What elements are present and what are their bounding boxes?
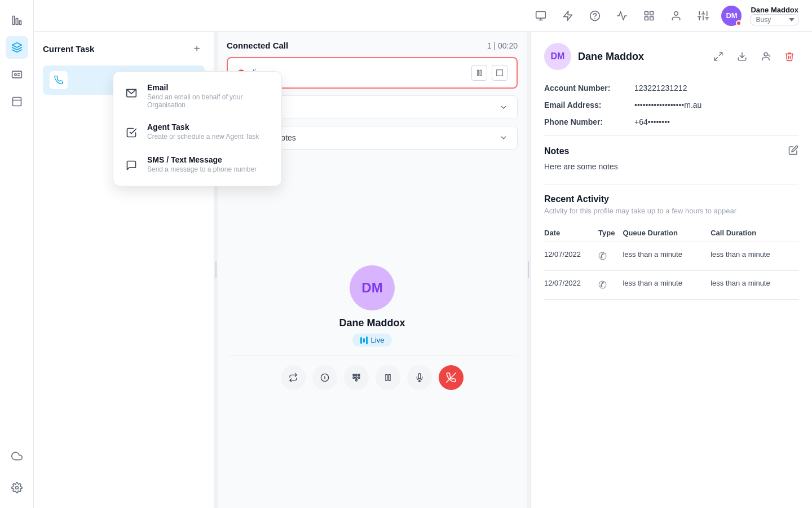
col-type: Type bbox=[598, 224, 623, 242]
status-dot bbox=[736, 20, 742, 26]
svg-marker-15 bbox=[564, 11, 572, 20]
svg-rect-18 bbox=[645, 11, 648, 15]
activity-subtitle: Activity for this profile may take up to… bbox=[544, 207, 798, 215]
svg-rect-42 bbox=[356, 377, 358, 379]
agent-task-item-title: Agent Task bbox=[147, 122, 259, 132]
call-center: DM Dane Maddox Live bbox=[227, 156, 518, 499]
svg-rect-20 bbox=[645, 16, 648, 20]
dropdown-item-email[interactable]: Email Send an email on behalf of your Or… bbox=[113, 76, 281, 116]
task-phone-icon bbox=[50, 71, 68, 89]
contact-edit-profile-icon[interactable] bbox=[757, 47, 775, 65]
col-queue-duration: Queue Duration bbox=[623, 224, 710, 242]
svg-rect-33 bbox=[478, 70, 479, 75]
contact-popout-icon[interactable] bbox=[709, 47, 727, 65]
email-row: Email Address: ••••••••••••••••••m.au bbox=[544, 100, 798, 110]
activity-type-1: ✆ bbox=[598, 271, 623, 300]
topbar-contact-icon[interactable] bbox=[667, 7, 685, 25]
status-select[interactable]: Busy Available Away Offline bbox=[751, 14, 798, 25]
wrap-up-chevron-icon bbox=[499, 103, 508, 112]
svg-rect-1 bbox=[16, 19, 17, 25]
activity-row-1: 12/07/2022✆less than a minuteless than a… bbox=[544, 271, 798, 300]
svg-point-8 bbox=[15, 487, 18, 489]
sidebar bbox=[0, 0, 34, 508]
svg-rect-21 bbox=[650, 16, 654, 20]
svg-marker-3 bbox=[12, 43, 21, 47]
svg-point-5 bbox=[14, 73, 16, 75]
agent-task-icon bbox=[122, 124, 140, 142]
call-timer: 1 | 00:20 bbox=[487, 41, 518, 50]
activity-title: Recent Activity bbox=[544, 194, 798, 204]
panel-title: Current Task bbox=[43, 44, 94, 54]
sidebar-item-dashboard[interactable] bbox=[6, 9, 28, 32]
topbar-help-icon[interactable] bbox=[586, 7, 604, 25]
activity-queue-0: less than a minute bbox=[623, 242, 710, 271]
svg-rect-6 bbox=[12, 98, 21, 106]
svg-rect-12 bbox=[536, 11, 546, 18]
caller-avatar: DM bbox=[350, 265, 395, 310]
svg-rect-38 bbox=[353, 374, 355, 376]
call-pause-btn[interactable] bbox=[376, 365, 400, 390]
dropdown-menu: Email Send an email on behalf of your Or… bbox=[113, 71, 282, 186]
add-task-button[interactable]: + bbox=[189, 41, 205, 56]
call-keypad-btn[interactable] bbox=[344, 365, 369, 390]
user-avatar-container[interactable]: DM bbox=[721, 6, 742, 26]
content-area: Current Task + Email bbox=[34, 32, 812, 508]
activity-date-0: 12/07/2022 bbox=[544, 242, 598, 271]
phone-icon-0: ✆ bbox=[598, 251, 607, 262]
email-value: ••••••••••••••••••m.au bbox=[634, 100, 701, 110]
svg-rect-46 bbox=[389, 375, 390, 381]
activity-date-1: 12/07/2022 bbox=[544, 271, 598, 300]
live-badge: Live bbox=[352, 334, 392, 347]
notes-title: Notes bbox=[544, 146, 569, 156]
svg-line-50 bbox=[720, 52, 722, 55]
recording-stop-btn[interactable] bbox=[492, 65, 508, 81]
topbar-screen-icon[interactable] bbox=[532, 7, 550, 25]
svg-line-54 bbox=[769, 55, 770, 56]
call-transfer-btn[interactable] bbox=[281, 365, 306, 390]
col-call-duration: Call Duration bbox=[710, 224, 798, 242]
phone-icon-1: ✆ bbox=[598, 279, 607, 291]
svg-rect-44 bbox=[356, 379, 358, 381]
svg-rect-34 bbox=[480, 70, 481, 75]
divider-1 bbox=[544, 135, 798, 136]
svg-rect-40 bbox=[358, 374, 360, 376]
contact-name: Dane Maddox bbox=[578, 51, 644, 63]
email-label: Email Address: bbox=[544, 100, 634, 110]
svg-rect-2 bbox=[19, 21, 21, 25]
left-panel: Current Task + Email bbox=[34, 32, 214, 508]
call-hold-btn[interactable] bbox=[312, 365, 337, 390]
contact-download-icon[interactable] bbox=[733, 47, 751, 65]
topbar-bolt-icon[interactable] bbox=[559, 7, 577, 25]
call-mic-btn[interactable] bbox=[407, 365, 432, 390]
sidebar-item-tasks[interactable] bbox=[6, 36, 28, 59]
call-divider bbox=[227, 356, 518, 356]
sidebar-item-contacts[interactable] bbox=[6, 63, 28, 86]
topbar-sliders-icon[interactable] bbox=[694, 7, 712, 25]
agent-task-item-desc: Create or schedule a new Agent Task bbox=[147, 133, 259, 141]
email-item-desc: Send an email on behalf of your Organisa… bbox=[147, 93, 272, 109]
recording-pause-btn[interactable] bbox=[471, 65, 487, 81]
dropdown-item-agent-task[interactable]: Agent Task Create or schedule a new Agen… bbox=[113, 116, 281, 148]
topbar-chart-icon[interactable] bbox=[613, 7, 631, 25]
sidebar-item-settings[interactable] bbox=[6, 476, 28, 499]
call-hangup-btn[interactable] bbox=[439, 365, 464, 390]
email-item-text: Email Send an email on behalf of your Or… bbox=[147, 83, 272, 109]
svg-point-53 bbox=[764, 52, 767, 56]
call-actions bbox=[281, 365, 464, 390]
svg-rect-19 bbox=[650, 11, 654, 15]
contact-avatar: DM bbox=[544, 43, 571, 70]
phone-label: Phone Number: bbox=[544, 117, 634, 126]
sidebar-item-cloud[interactable] bbox=[6, 445, 28, 467]
agent-task-item-text: Agent Task Create or schedule a new Agen… bbox=[147, 122, 259, 141]
panel-header: Current Task + bbox=[43, 41, 205, 56]
activity-table: Date Type Queue Duration Call Duration 1… bbox=[544, 224, 798, 300]
phone-row: Phone Number: +64•••••••• bbox=[544, 117, 798, 126]
topbar-grid-icon[interactable] bbox=[640, 7, 658, 25]
notes-edit-icon[interactable] bbox=[788, 145, 798, 157]
sms-item-desc: Send a message to a phone number bbox=[147, 165, 257, 173]
sidebar-item-window[interactable] bbox=[6, 90, 28, 113]
phone-value: +64•••••••• bbox=[634, 117, 670, 126]
activity-row-0: 12/07/2022✆less than a minuteless than a… bbox=[544, 242, 798, 271]
contact-delete-icon[interactable] bbox=[780, 47, 798, 65]
dropdown-item-sms[interactable]: SMS / Text Message Send a message to a p… bbox=[113, 148, 281, 181]
